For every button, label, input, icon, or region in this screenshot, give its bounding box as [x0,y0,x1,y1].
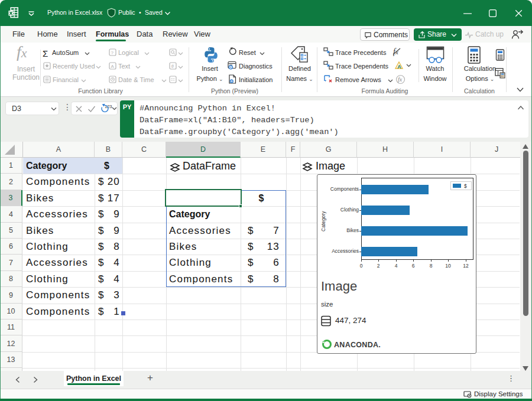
svg-text:?: ? [111,50,114,56]
svg-text:θ: θ [171,64,174,69]
svg-text:A: A [397,64,401,70]
svg-text:fx: fx [398,76,403,83]
svg-text:A: A [111,64,115,69]
